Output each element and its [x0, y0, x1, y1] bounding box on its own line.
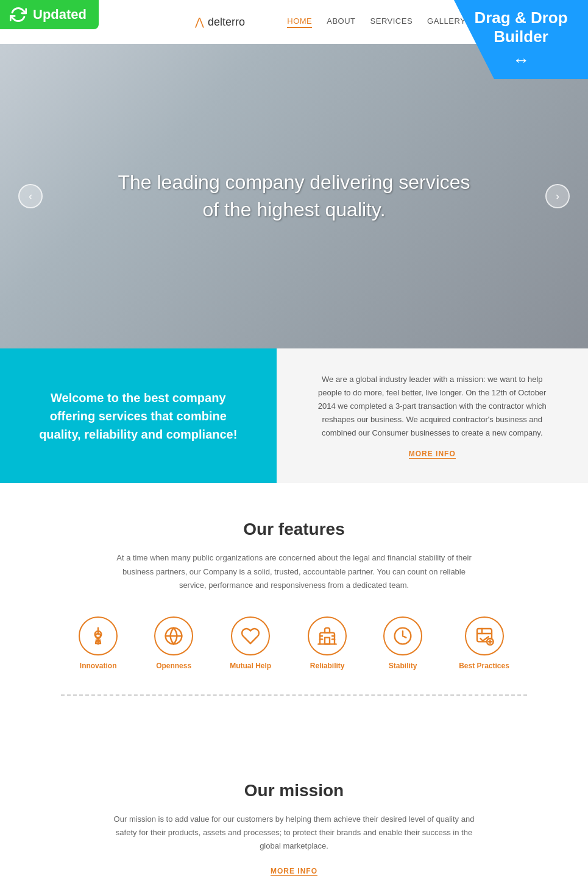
feature-reliability: Reliability: [308, 616, 347, 670]
svg-point-10: [6, 141, 43, 190]
nav-gallery[interactable]: GALLERY: [427, 16, 466, 28]
svg-rect-6: [384, 132, 402, 143]
nav-services[interactable]: SERVICES: [370, 16, 413, 28]
svg-point-5: [369, 90, 436, 169]
mission-title: Our mission: [24, 781, 564, 800]
updated-label: Updated: [33, 7, 87, 23]
welcome-description: We are a global industry leader with a m…: [316, 373, 548, 440]
hero-slider: The leading company delivering services …: [0, 44, 588, 348]
nav-about[interactable]: ABOUT: [327, 16, 355, 28]
sync-icon: [10, 6, 27, 23]
nav-home[interactable]: HOME: [287, 16, 312, 28]
svg-rect-7: [405, 132, 423, 143]
dnd-label: Drag & Drop Builder: [474, 9, 567, 46]
openness-icon: [154, 616, 193, 655]
feature-stability: Stability: [383, 616, 422, 670]
welcome-section: Welcome to the best company offering ser…: [0, 348, 588, 483]
svg-rect-23: [325, 637, 330, 644]
features-title: Our features: [24, 520, 564, 539]
hero-content: The leading company delivering services …: [112, 169, 477, 224]
welcome-more-info-link[interactable]: MORE INFO: [409, 450, 456, 459]
reliability-icon: [308, 616, 347, 655]
features-section: Our features At a time when many public …: [0, 483, 588, 750]
stability-icon: [383, 616, 422, 655]
feature-best-practices: Best Practices: [459, 616, 509, 670]
logo[interactable]: ⋀ delterro: [195, 15, 245, 29]
innovation-icon: [79, 616, 118, 655]
mission-more-info-link[interactable]: MORE INFO: [271, 867, 317, 876]
best-practices-icon: [465, 616, 504, 655]
feature-mutual-help: Mutual Help: [230, 616, 271, 670]
features-subtitle: At a time when many public organizations…: [112, 551, 477, 592]
features-icons-row: Innovation Openness Mutual Help: [24, 616, 564, 670]
svg-rect-3: [37, 117, 232, 124]
hero-title: The leading company delivering services …: [112, 169, 477, 224]
updated-badge: Updated: [0, 0, 99, 29]
mission-section: Our mission Our mission is to add value …: [0, 750, 588, 890]
section-divider: [61, 694, 527, 696]
mutual-help-label: Mutual Help: [230, 662, 271, 670]
stability-label: Stability: [389, 662, 417, 670]
best-practices-label: Best Practices: [459, 662, 509, 670]
logo-text: delterro: [208, 16, 245, 29]
mutual-help-icon: [231, 616, 270, 655]
welcome-left-panel: Welcome to the best company offering ser…: [0, 348, 277, 483]
openness-label: Openness: [156, 662, 191, 670]
chevron-left-icon: ‹: [29, 190, 32, 203]
reliability-label: Reliability: [310, 662, 345, 670]
slider-prev-button[interactable]: ‹: [18, 184, 43, 208]
svg-rect-4: [122, 263, 280, 312]
slider-next-button[interactable]: ›: [545, 184, 570, 208]
feature-innovation: Innovation: [79, 616, 118, 670]
svg-rect-1: [0, 239, 588, 348]
welcome-tagline: Welcome to the best company offering ser…: [30, 389, 246, 443]
logo-icon: ⋀: [195, 15, 204, 29]
feature-openness: Openness: [154, 616, 193, 670]
mission-text: Our mission is to add value for our cust…: [112, 813, 477, 853]
innovation-label: Innovation: [80, 662, 117, 670]
chevron-right-icon: ›: [556, 190, 559, 203]
welcome-right-panel: We are a global industry leader with a m…: [277, 348, 588, 483]
